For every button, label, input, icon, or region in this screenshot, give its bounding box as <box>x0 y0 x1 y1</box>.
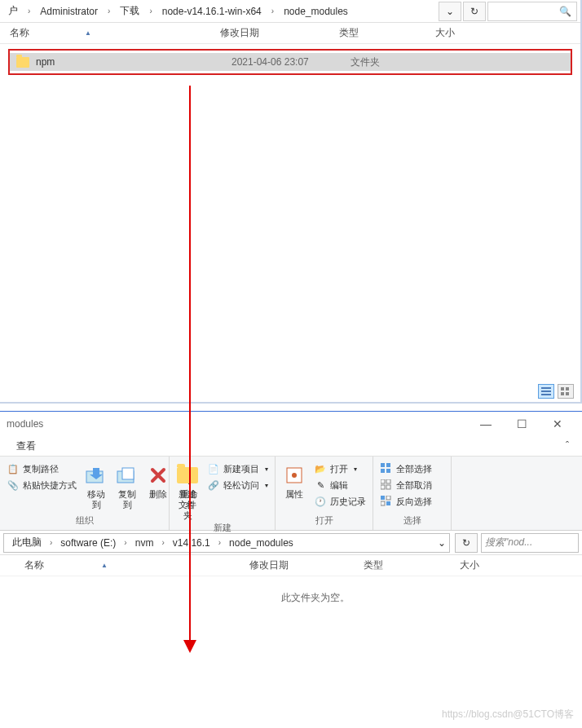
breadcrumb[interactable]: 户› Administrator› 下载› node-v14.16.1-win-… <box>3 2 439 20</box>
chevron-right-icon[interactable]: › <box>24 7 33 15</box>
label: 轻松访问 <box>223 479 259 492</box>
easy-access-button[interactable]: 🔗轻松访问▾ <box>205 478 270 492</box>
invert-selection-button[interactable]: 反向选择 <box>378 494 434 509</box>
crumb[interactable]: node_modules <box>279 4 353 19</box>
svg-rect-1 <box>541 390 551 392</box>
column-label: 名称 <box>10 26 29 40</box>
copy-to-button[interactable]: 复制到 <box>114 460 140 510</box>
paste-shortcut-button[interactable]: 📎粘贴快捷方式 <box>5 478 78 492</box>
chevron-right-icon[interactable]: › <box>121 538 130 547</box>
chevron-up-icon: ˆ <box>566 440 569 452</box>
svg-rect-15 <box>386 463 390 467</box>
menu-bar: 查看 ˆ <box>0 436 582 456</box>
select-none-button[interactable]: 全部取消 <box>378 478 434 492</box>
svg-rect-4 <box>566 387 569 390</box>
chevron-right-icon[interactable]: › <box>46 538 55 547</box>
column-size[interactable]: 大小 <box>435 26 500 40</box>
crumb[interactable]: nvm <box>130 536 159 550</box>
search-input[interactable]: 搜索"nod... <box>481 533 579 553</box>
copy-path-button[interactable]: 📋复制路径 <box>5 461 78 476</box>
chevron-right-icon[interactable]: › <box>268 7 277 15</box>
search-input[interactable]: 🔍 <box>487 2 577 21</box>
column-date[interactable]: 修改日期 <box>249 558 364 572</box>
column-date[interactable]: 修改日期 <box>220 26 339 40</box>
properties-button[interactable]: 属性 <box>280 460 307 500</box>
address-dropdown-button[interactable]: ⌄ <box>439 2 461 21</box>
select-all-button[interactable]: 全部选择 <box>378 461 434 476</box>
view-menu[interactable]: 查看 <box>7 438 46 455</box>
column-headers: 名称▲ 修改日期 类型 大小 <box>0 555 582 576</box>
svg-rect-0 <box>541 387 551 389</box>
column-name[interactable]: 名称▲ <box>10 26 220 40</box>
refresh-icon: ↻ <box>462 537 470 549</box>
ribbon-group-open: 属性 📂打开▾ ✎编辑 🕐历史记录 打开 <box>276 457 373 530</box>
move-to-button[interactable]: 移动到 <box>83 460 109 510</box>
label: 编辑 <box>330 479 348 492</box>
crumb[interactable]: node-v14.16.1-win-x64 <box>157 4 267 19</box>
new-item-button[interactable]: 📄新建项目▾ <box>205 461 270 476</box>
chevron-right-icon[interactable]: › <box>215 538 224 547</box>
title-bar: modules — ☐ ✕ <box>0 412 582 436</box>
column-type[interactable]: 类型 <box>364 558 460 572</box>
refresh-button[interactable]: ↻ <box>463 2 486 21</box>
delete-button[interactable]: 删除 <box>145 460 171 500</box>
details-view-button[interactable] <box>538 384 554 399</box>
maximize-button[interactable]: ☐ <box>504 413 540 435</box>
svg-rect-3 <box>561 387 564 390</box>
crumb[interactable]: 此电脑 <box>7 534 46 551</box>
open-button[interactable]: 📂打开▾ <box>312 461 368 476</box>
refresh-icon: ↻ <box>470 6 478 17</box>
chevron-right-icon[interactable]: › <box>158 538 167 547</box>
view-switcher <box>538 384 574 399</box>
group-label: 选择 <box>378 514 446 528</box>
chevron-right-icon[interactable]: › <box>146 7 155 15</box>
svg-rect-20 <box>381 485 385 489</box>
new-item-icon: 📄 <box>207 462 220 475</box>
svg-rect-6 <box>566 392 569 395</box>
history-icon: 🕐 <box>314 495 327 508</box>
details-icon <box>541 387 551 395</box>
edit-button[interactable]: ✎编辑 <box>312 478 368 492</box>
ribbon-group-new: 新建 文件夹 📄新建项目▾ 🔗轻松访问▾ 新建 <box>170 457 276 530</box>
chevron-down-icon[interactable]: ⌄ <box>438 537 446 549</box>
minimize-button[interactable]: — <box>468 413 504 435</box>
icons-view-button[interactable] <box>558 384 574 399</box>
new-folder-button[interactable]: 新建 文件夹 <box>174 460 201 522</box>
watermark: https://blog.csdn@51CTO博客 <box>442 708 574 721</box>
chevron-right-icon[interactable]: › <box>104 7 113 15</box>
crumb[interactable]: Administrator <box>35 4 103 19</box>
file-row[interactable]: npm 2021-04-06 23:07 文件夹 <box>10 53 571 71</box>
column-headers: 名称▲ 修改日期 类型 大小 <box>0 23 580 44</box>
dropdown-arrow-icon: ▾ <box>354 465 357 473</box>
properties-icon <box>281 463 307 488</box>
column-size[interactable]: 大小 <box>460 558 517 572</box>
svg-rect-21 <box>386 485 390 489</box>
svg-rect-19 <box>386 479 390 483</box>
svg-rect-23 <box>386 496 390 500</box>
move-to-icon <box>83 463 109 488</box>
crumb[interactable]: v14.16.1 <box>168 536 215 550</box>
label: 打开 <box>330 463 348 475</box>
file-type: 文件夹 <box>351 55 447 69</box>
refresh-button[interactable]: ↻ <box>455 533 478 553</box>
column-name[interactable]: 名称▲ <box>24 558 249 572</box>
sort-arrow-icon: ▲ <box>85 29 91 37</box>
svg-point-13 <box>292 473 297 478</box>
crumb[interactable]: 下载 <box>115 2 144 20</box>
address-bar: 户› Administrator› 下载› node-v14.16.1-win-… <box>0 0 580 23</box>
label: 删除 <box>149 489 167 500</box>
icons-view-icon <box>561 387 571 395</box>
svg-rect-24 <box>381 501 385 505</box>
address-bar: 此电脑› software (E:)› nvm› v14.16.1› node_… <box>0 531 582 555</box>
label: 新建项目 <box>223 463 259 475</box>
crumb[interactable]: node_modules <box>224 536 298 550</box>
history-button[interactable]: 🕐历史记录 <box>312 494 368 509</box>
close-button[interactable]: ✕ <box>540 413 575 435</box>
ribbon-group-organize: 📋复制路径 📎粘贴快捷方式 移动到 复制到 删除 重命名 <box>0 457 170 530</box>
crumb[interactable]: software (E:) <box>55 536 121 550</box>
file-list: npm 2021-04-06 23:07 文件夹 <box>0 44 580 77</box>
breadcrumb[interactable]: 此电脑› software (E:)› nvm› v14.16.1› node_… <box>3 533 450 553</box>
column-type[interactable]: 类型 <box>339 26 435 40</box>
collapse-ribbon-button[interactable]: ˆ <box>559 439 575 453</box>
crumb[interactable]: 户 <box>3 2 23 20</box>
